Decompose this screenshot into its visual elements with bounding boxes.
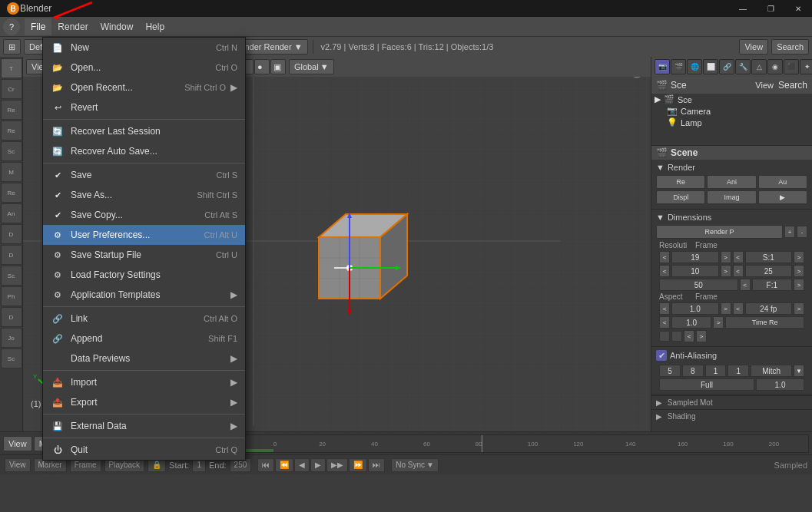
- menu-item-save[interactable]: ✔SaveCtrl S: [43, 165, 245, 185]
- render-btn[interactable]: Re: [656, 175, 705, 189]
- next-keyframe-btn[interactable]: ⏩: [349, 458, 367, 472]
- time-re-val[interactable]: Time Re: [725, 316, 804, 329]
- displace-btn[interactable]: Displ: [656, 190, 705, 204]
- shading-section-header[interactable]: ▶ Shading: [651, 409, 812, 423]
- sampled-section-header[interactable]: ▶ Sampled Mot: [651, 395, 812, 409]
- menu-item-app_templates[interactable]: ⚙Application Templates▶: [43, 285, 245, 305]
- asp-y-inc[interactable]: >: [713, 316, 724, 329]
- go-start-btn[interactable]: ⏮: [257, 458, 274, 472]
- asp-x-val[interactable]: 1.0: [671, 302, 719, 315]
- menu-item-open[interactable]: 📂Open...Ctrl O: [43, 58, 245, 78]
- audio-btn[interactable]: Au: [758, 175, 807, 189]
- view-outliner-btn[interactable]: View: [755, 81, 774, 90]
- texture-button[interactable]: ▣: [270, 59, 286, 74]
- res-x-val[interactable]: 19: [671, 251, 719, 263]
- asp-x-dec[interactable]: <: [659, 302, 670, 315]
- res-x-dec[interactable]: <: [659, 251, 670, 263]
- prop-world-icon-btn[interactable]: 🌐: [687, 59, 702, 74]
- sidebar-d2-btn[interactable]: D: [1, 245, 22, 265]
- search-outliner-btn[interactable]: Search: [778, 80, 807, 91]
- timeline-view-btn[interactable]: View: [3, 436, 32, 451]
- menu-item-recover_auto[interactable]: 🔄Recover Auto Save...: [43, 141, 245, 161]
- menu-item-append[interactable]: 🔗AppendShift F1: [43, 329, 245, 348]
- render-section-header[interactable]: ▼ Render: [656, 163, 807, 172]
- frame-e-val[interactable]: 25: [745, 265, 793, 277]
- asp-y-val[interactable]: 1.0: [671, 316, 711, 329]
- frame-step-dec[interactable]: <: [740, 279, 751, 291]
- menu-item-save_as[interactable]: ✔Save As...Shift Ctrl S: [43, 185, 245, 205]
- render-preset-btn[interactable]: Render P: [656, 225, 783, 239]
- menu-item-save_copy[interactable]: ✔Save Copy...Ctrl Alt S: [43, 205, 245, 225]
- go-end-btn[interactable]: ⏭: [368, 458, 385, 472]
- fps-val[interactable]: 24 fp: [745, 302, 793, 315]
- render-preset-add-btn[interactable]: +: [784, 226, 795, 238]
- menu-item-window[interactable]: Window: [94, 18, 140, 35]
- sidebar-d-btn[interactable]: D: [1, 224, 22, 244]
- dimensions-section-header[interactable]: ▼ Dimensions: [656, 213, 807, 222]
- menu-item-data_previews[interactable]: Data Previews▶: [43, 348, 245, 368]
- sidebar-sc2-btn[interactable]: Sc: [1, 266, 22, 286]
- menu-item-revert[interactable]: ↩Revert: [43, 97, 245, 117]
- full-val2[interactable]: 1.0: [756, 378, 804, 391]
- menu-item-export[interactable]: 📤Export▶: [43, 392, 245, 412]
- checkbox2[interactable]: [671, 331, 682, 342]
- sidebar-tool-btn[interactable]: T: [1, 58, 22, 78]
- fps-inc[interactable]: >: [794, 302, 804, 315]
- sidebar-anim-btn[interactable]: An: [1, 203, 22, 223]
- asp-y-dec[interactable]: <: [659, 316, 670, 329]
- transform-orient-btn[interactable]: Global ▼: [289, 59, 334, 74]
- restore-button[interactable]: ❐: [757, 0, 784, 17]
- sidebar-relations-btn[interactable]: Re: [1, 100, 22, 120]
- full-val[interactable]: Full: [659, 378, 754, 391]
- sidebar-scene-btn[interactable]: Sc: [1, 141, 22, 161]
- menu-item-file[interactable]: File: [25, 18, 51, 35]
- menu-item-quit[interactable]: ⏻QuitCtrl Q: [43, 440, 245, 460]
- sidebar-relations2-btn[interactable]: Re: [1, 121, 22, 140]
- menu-item-save_startup[interactable]: ⚙Save Startup FileCtrl U: [43, 245, 245, 265]
- layout-icon-button[interactable]: ⊞: [3, 39, 21, 55]
- frame-e-dec[interactable]: <: [733, 265, 744, 277]
- fps-dec[interactable]: <: [733, 302, 744, 315]
- sidebar-create-btn[interactable]: Cr: [1, 79, 22, 99]
- sidebar-jo-btn[interactable]: Jo: [1, 328, 22, 348]
- aa-val4[interactable]: 1: [727, 365, 749, 377]
- mitch-expand[interactable]: ▼: [794, 365, 804, 377]
- res-y-inc[interactable]: >: [721, 265, 731, 277]
- frame-e-inc[interactable]: >: [794, 265, 804, 277]
- aa-mitch[interactable]: Mitch: [751, 365, 792, 377]
- solid-button[interactable]: ●: [254, 59, 270, 74]
- sidebar-d3-btn[interactable]: D: [1, 307, 22, 327]
- menu-item-import[interactable]: 📥Import▶: [43, 372, 245, 392]
- scene-section-header[interactable]: 🎬 Scene: [651, 146, 812, 160]
- aa-section-header[interactable]: ✔ Anti-Aliasing: [656, 350, 807, 361]
- prop-particles-icon-btn[interactable]: ✦: [800, 59, 812, 74]
- render-preset-remove-btn[interactable]: -: [797, 226, 807, 238]
- aa-val3[interactable]: 1: [705, 365, 727, 377]
- aa-val1[interactable]: 5: [659, 365, 681, 377]
- menu-item-link[interactable]: 🔗LinkCtrl Alt O: [43, 309, 245, 329]
- menu-item-user_prefs[interactable]: ⚙User Preferences...Ctrl Alt U: [43, 225, 245, 245]
- image2-btn[interactable]: ▶: [758, 190, 807, 204]
- sidebar-re3-btn[interactable]: Re: [1, 183, 22, 203]
- outliner-lamp-item[interactable]: 💡 Lamp: [651, 117, 812, 128]
- menu-item-recover_last[interactable]: 🔄Recover Last Session: [43, 121, 245, 141]
- prop-data-icon-btn[interactable]: △: [751, 59, 767, 74]
- prev-keyframe-btn[interactable]: ⏪: [275, 458, 293, 472]
- frame-s-val[interactable]: S:1: [745, 251, 793, 263]
- bottom-view-btn[interactable]: View: [5, 458, 31, 472]
- scale-val[interactable]: 50: [659, 279, 738, 291]
- outliner-camera-item[interactable]: 📷 Camera: [651, 105, 812, 117]
- menu-item-render[interactable]: Render: [51, 18, 94, 35]
- frame-step-val[interactable]: F:1: [752, 279, 792, 291]
- cb-inc[interactable]: >: [696, 330, 707, 342]
- sync-dropdown[interactable]: No Sync ▼: [391, 458, 439, 472]
- search-button[interactable]: Search: [771, 39, 809, 55]
- anim-btn[interactable]: Ani: [707, 175, 756, 189]
- menu-item-help[interactable]: Help: [139, 18, 171, 35]
- res-y-val[interactable]: 10: [671, 265, 719, 277]
- prop-object-icon-btn[interactable]: ⬜: [703, 59, 718, 74]
- prop-material-icon-btn[interactable]: ◉: [767, 59, 783, 74]
- prop-constraints-icon-btn[interactable]: 🔗: [719, 59, 734, 74]
- outliner-scene-item[interactable]: ▶ 🎬 Sce: [651, 94, 812, 105]
- timeline-ruler[interactable]: -40 -20 0 20 40 60 80 100 120 140 160 18…: [155, 434, 809, 453]
